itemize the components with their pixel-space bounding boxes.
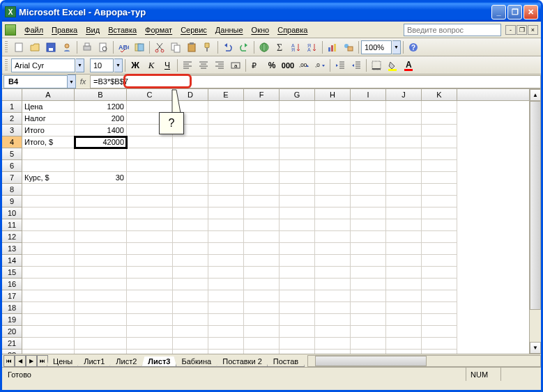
cell-J22[interactable] [386,350,422,354]
cell-B10[interactable] [75,207,127,219]
cell-A19[interactable] [22,314,75,326]
cell-F8[interactable] [244,184,280,196]
cell-E22[interactable] [208,350,244,354]
print-preview-button[interactable] [95,40,111,55]
scroll-thumb[interactable] [530,101,541,310]
cell-B9[interactable] [75,196,127,207]
cell-C20[interactable] [127,326,173,338]
menu-edit[interactable]: Правка [47,24,82,36]
column-header-F[interactable]: F [244,89,280,100]
sheet-tab-Постав[interactable]: Постав [267,356,305,367]
cell-J19[interactable] [386,314,422,326]
cell-B6[interactable] [75,160,127,172]
cell-F15[interactable] [244,267,280,279]
cell-C11[interactable] [127,219,173,231]
cell-G6[interactable] [280,160,315,172]
font-size-combobox[interactable]: 10 [90,58,114,72]
cell-C14[interactable] [127,255,173,267]
row-header-22[interactable]: 22 [2,350,22,354]
cell-D10[interactable] [173,207,208,219]
cell-K12[interactable] [422,231,457,243]
column-header-J[interactable]: J [386,89,422,100]
cell-F1[interactable] [244,101,280,113]
fill-color-button[interactable] [385,58,400,73]
format-painter-button[interactable] [200,40,215,55]
cell-E20[interactable] [208,326,244,338]
cell-F12[interactable] [244,231,280,243]
font-size-dropdown-icon[interactable]: ▼ [114,58,123,72]
sheet-tab-Лист1[interactable]: Лист1 [77,356,111,367]
cell-C10[interactable] [127,207,173,219]
cell-J13[interactable] [386,243,422,255]
cell-K4[interactable] [422,136,457,148]
cell-D18[interactable] [173,302,208,314]
cell-C7[interactable] [127,172,173,184]
cell-I22[interactable] [351,350,386,354]
row-header-9[interactable]: 9 [2,196,22,207]
borders-button[interactable] [369,58,384,73]
column-header-H[interactable]: H [315,89,351,100]
cell-C4[interactable] [127,136,173,148]
cell-I16[interactable] [351,279,386,290]
open-button[interactable] [27,40,43,55]
cell-A2[interactable]: Налог [22,113,75,125]
cell-F10[interactable] [244,207,280,219]
menu-file[interactable]: Файл [20,24,47,36]
cell-B4[interactable]: 42000 [75,136,127,148]
cell-E5[interactable] [208,148,244,160]
cell-A17[interactable] [22,290,75,302]
cell-H21[interactable] [315,338,351,350]
drawing-button[interactable] [341,40,356,55]
cell-K7[interactable] [422,172,457,184]
merge-center-button[interactable]: a [228,58,243,73]
cell-D21[interactable] [173,338,208,350]
cell-F13[interactable] [244,243,280,255]
close-button[interactable]: ✕ [523,5,538,19]
cell-E7[interactable] [208,172,244,184]
tab-nav-first-button[interactable]: ⏮ [3,355,15,367]
cell-B2[interactable]: 200 [75,113,127,125]
research-button[interactable] [132,40,147,55]
cell-E10[interactable] [208,207,244,219]
cell-H15[interactable] [315,267,351,279]
zoom-combobox[interactable]: 100% [361,40,392,54]
cell-K3[interactable] [422,125,457,136]
cell-H1[interactable] [315,101,351,113]
cell-G3[interactable] [280,125,315,136]
cell-C16[interactable] [127,279,173,290]
mdi-restore-button[interactable]: ❐ [517,25,527,35]
cell-K22[interactable] [422,350,457,354]
sheet-tab-Бабкина[interactable]: Бабкина [175,356,217,367]
cell-E2[interactable] [208,113,244,125]
cell-F18[interactable] [244,302,280,314]
cell-E3[interactable] [208,125,244,136]
cell-K19[interactable] [422,314,457,326]
sheet-tab-Цены[interactable]: Цены [47,356,79,367]
cell-F11[interactable] [244,219,280,231]
cell-J18[interactable] [386,302,422,314]
cell-C1[interactable] [127,101,173,113]
align-right-button[interactable] [212,58,227,73]
cell-B1[interactable]: 1200 [75,101,127,113]
menu-data[interactable]: Данные [211,24,247,36]
cell-B7[interactable]: 30 [75,172,127,184]
cell-J14[interactable] [386,255,422,267]
row-header-11[interactable]: 11 [2,219,22,231]
cell-B13[interactable] [75,243,127,255]
cell-C15[interactable] [127,267,173,279]
cell-I6[interactable] [351,160,386,172]
cell-B17[interactable] [75,290,127,302]
help-question-box[interactable] [404,24,501,36]
row-header-7[interactable]: 7 [2,172,22,184]
cell-J1[interactable] [386,101,422,113]
cell-D4[interactable] [173,136,208,148]
cell-B18[interactable] [75,302,127,314]
align-center-button[interactable] [196,58,211,73]
cell-G4[interactable] [280,136,315,148]
paste-button[interactable] [184,40,199,55]
maximize-button[interactable]: ❐ [507,5,522,19]
cell-G10[interactable] [280,207,315,219]
cell-H12[interactable] [315,231,351,243]
save-button[interactable] [43,40,59,55]
cell-H16[interactable] [315,279,351,290]
